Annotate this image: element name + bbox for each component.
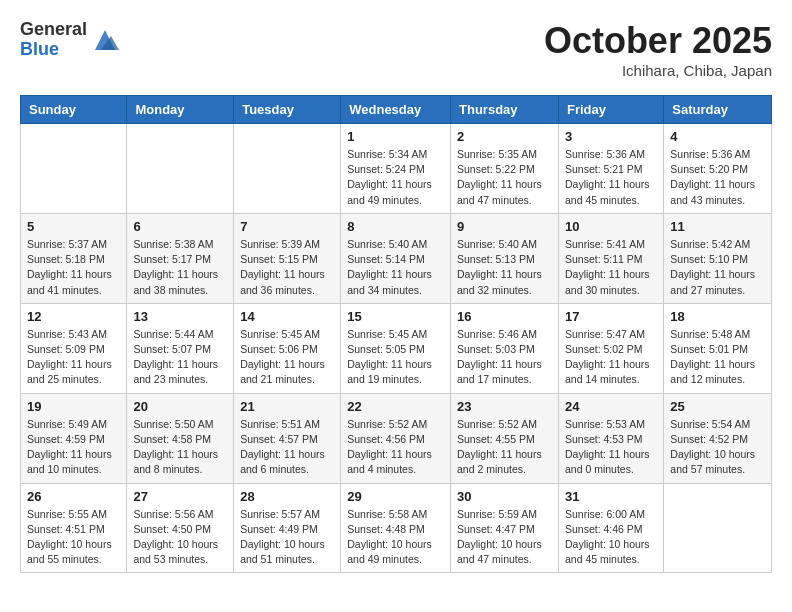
- day-info: Sunrise: 5:57 AM Sunset: 4:49 PM Dayligh…: [240, 507, 334, 568]
- day-number: 7: [240, 219, 334, 234]
- day-number: 4: [670, 129, 765, 144]
- weekday-header: Thursday: [451, 96, 559, 124]
- day-info: Sunrise: 5:53 AM Sunset: 4:53 PM Dayligh…: [565, 417, 657, 478]
- day-number: 28: [240, 489, 334, 504]
- day-number: 15: [347, 309, 444, 324]
- day-number: 1: [347, 129, 444, 144]
- calendar-week-row: 5Sunrise: 5:37 AM Sunset: 5:18 PM Daylig…: [21, 213, 772, 303]
- day-info: Sunrise: 5:44 AM Sunset: 5:07 PM Dayligh…: [133, 327, 227, 388]
- day-number: 17: [565, 309, 657, 324]
- day-info: Sunrise: 5:54 AM Sunset: 4:52 PM Dayligh…: [670, 417, 765, 478]
- day-info: Sunrise: 5:42 AM Sunset: 5:10 PM Dayligh…: [670, 237, 765, 298]
- calendar-day-cell: 7Sunrise: 5:39 AM Sunset: 5:15 PM Daylig…: [234, 213, 341, 303]
- calendar-week-row: 26Sunrise: 5:55 AM Sunset: 4:51 PM Dayli…: [21, 483, 772, 573]
- day-number: 8: [347, 219, 444, 234]
- calendar-day-cell: 27Sunrise: 5:56 AM Sunset: 4:50 PM Dayli…: [127, 483, 234, 573]
- day-number: 18: [670, 309, 765, 324]
- month-title: October 2025: [544, 20, 772, 62]
- day-info: Sunrise: 5:39 AM Sunset: 5:15 PM Dayligh…: [240, 237, 334, 298]
- calendar-day-cell: 21Sunrise: 5:51 AM Sunset: 4:57 PM Dayli…: [234, 393, 341, 483]
- day-number: 25: [670, 399, 765, 414]
- day-number: 20: [133, 399, 227, 414]
- calendar-day-cell: 29Sunrise: 5:58 AM Sunset: 4:48 PM Dayli…: [341, 483, 451, 573]
- calendar-day-cell: [127, 124, 234, 214]
- page-header: General Blue October 2025 Ichihara, Chib…: [20, 20, 772, 79]
- calendar-day-cell: 15Sunrise: 5:45 AM Sunset: 5:05 PM Dayli…: [341, 303, 451, 393]
- calendar-day-cell: 16Sunrise: 5:46 AM Sunset: 5:03 PM Dayli…: [451, 303, 559, 393]
- day-number: 16: [457, 309, 552, 324]
- weekday-header: Wednesday: [341, 96, 451, 124]
- day-info: Sunrise: 5:36 AM Sunset: 5:21 PM Dayligh…: [565, 147, 657, 208]
- weekday-header: Friday: [558, 96, 663, 124]
- calendar-day-cell: 6Sunrise: 5:38 AM Sunset: 5:17 PM Daylig…: [127, 213, 234, 303]
- calendar-day-cell: 4Sunrise: 5:36 AM Sunset: 5:20 PM Daylig…: [664, 124, 772, 214]
- calendar-week-row: 12Sunrise: 5:43 AM Sunset: 5:09 PM Dayli…: [21, 303, 772, 393]
- day-info: Sunrise: 5:58 AM Sunset: 4:48 PM Dayligh…: [347, 507, 444, 568]
- day-number: 23: [457, 399, 552, 414]
- day-info: Sunrise: 5:37 AM Sunset: 5:18 PM Dayligh…: [27, 237, 120, 298]
- day-number: 14: [240, 309, 334, 324]
- calendar-day-cell: 3Sunrise: 5:36 AM Sunset: 5:21 PM Daylig…: [558, 124, 663, 214]
- calendar-day-cell: 22Sunrise: 5:52 AM Sunset: 4:56 PM Dayli…: [341, 393, 451, 483]
- calendar-day-cell: 13Sunrise: 5:44 AM Sunset: 5:07 PM Dayli…: [127, 303, 234, 393]
- day-number: 2: [457, 129, 552, 144]
- calendar-day-cell: 14Sunrise: 5:45 AM Sunset: 5:06 PM Dayli…: [234, 303, 341, 393]
- day-info: Sunrise: 5:36 AM Sunset: 5:20 PM Dayligh…: [670, 147, 765, 208]
- weekday-header: Monday: [127, 96, 234, 124]
- day-info: Sunrise: 5:50 AM Sunset: 4:58 PM Dayligh…: [133, 417, 227, 478]
- day-info: Sunrise: 5:46 AM Sunset: 5:03 PM Dayligh…: [457, 327, 552, 388]
- calendar-day-cell: [664, 483, 772, 573]
- day-info: Sunrise: 5:52 AM Sunset: 4:56 PM Dayligh…: [347, 417, 444, 478]
- day-info: Sunrise: 5:47 AM Sunset: 5:02 PM Dayligh…: [565, 327, 657, 388]
- weekday-header: Tuesday: [234, 96, 341, 124]
- calendar-day-cell: 9Sunrise: 5:40 AM Sunset: 5:13 PM Daylig…: [451, 213, 559, 303]
- logo: General Blue: [20, 20, 119, 60]
- day-info: Sunrise: 5:40 AM Sunset: 5:14 PM Dayligh…: [347, 237, 444, 298]
- title-block: October 2025 Ichihara, Chiba, Japan: [544, 20, 772, 79]
- calendar-week-row: 1Sunrise: 5:34 AM Sunset: 5:24 PM Daylig…: [21, 124, 772, 214]
- day-info: Sunrise: 5:40 AM Sunset: 5:13 PM Dayligh…: [457, 237, 552, 298]
- location: Ichihara, Chiba, Japan: [544, 62, 772, 79]
- calendar-day-cell: 17Sunrise: 5:47 AM Sunset: 5:02 PM Dayli…: [558, 303, 663, 393]
- day-number: 5: [27, 219, 120, 234]
- day-number: 10: [565, 219, 657, 234]
- calendar-day-cell: 8Sunrise: 5:40 AM Sunset: 5:14 PM Daylig…: [341, 213, 451, 303]
- day-number: 3: [565, 129, 657, 144]
- calendar-header-row: SundayMondayTuesdayWednesdayThursdayFrid…: [21, 96, 772, 124]
- calendar-day-cell: 31Sunrise: 6:00 AM Sunset: 4:46 PM Dayli…: [558, 483, 663, 573]
- day-info: Sunrise: 5:49 AM Sunset: 4:59 PM Dayligh…: [27, 417, 120, 478]
- day-number: 29: [347, 489, 444, 504]
- calendar-day-cell: 19Sunrise: 5:49 AM Sunset: 4:59 PM Dayli…: [21, 393, 127, 483]
- day-info: Sunrise: 5:52 AM Sunset: 4:55 PM Dayligh…: [457, 417, 552, 478]
- calendar-day-cell: 11Sunrise: 5:42 AM Sunset: 5:10 PM Dayli…: [664, 213, 772, 303]
- day-info: Sunrise: 5:48 AM Sunset: 5:01 PM Dayligh…: [670, 327, 765, 388]
- calendar-day-cell: 24Sunrise: 5:53 AM Sunset: 4:53 PM Dayli…: [558, 393, 663, 483]
- day-info: Sunrise: 5:35 AM Sunset: 5:22 PM Dayligh…: [457, 147, 552, 208]
- day-number: 6: [133, 219, 227, 234]
- calendar-day-cell: 2Sunrise: 5:35 AM Sunset: 5:22 PM Daylig…: [451, 124, 559, 214]
- calendar-day-cell: 20Sunrise: 5:50 AM Sunset: 4:58 PM Dayli…: [127, 393, 234, 483]
- day-info: Sunrise: 5:41 AM Sunset: 5:11 PM Dayligh…: [565, 237, 657, 298]
- logo-blue-text: Blue: [20, 40, 87, 60]
- calendar-table: SundayMondayTuesdayWednesdayThursdayFrid…: [20, 95, 772, 573]
- calendar-day-cell: 26Sunrise: 5:55 AM Sunset: 4:51 PM Dayli…: [21, 483, 127, 573]
- day-info: Sunrise: 5:55 AM Sunset: 4:51 PM Dayligh…: [27, 507, 120, 568]
- day-info: Sunrise: 5:45 AM Sunset: 5:06 PM Dayligh…: [240, 327, 334, 388]
- calendar-day-cell: 18Sunrise: 5:48 AM Sunset: 5:01 PM Dayli…: [664, 303, 772, 393]
- day-info: Sunrise: 5:34 AM Sunset: 5:24 PM Dayligh…: [347, 147, 444, 208]
- day-info: Sunrise: 5:43 AM Sunset: 5:09 PM Dayligh…: [27, 327, 120, 388]
- logo-general-text: General: [20, 20, 87, 40]
- day-info: Sunrise: 5:51 AM Sunset: 4:57 PM Dayligh…: [240, 417, 334, 478]
- day-number: 27: [133, 489, 227, 504]
- day-number: 19: [27, 399, 120, 414]
- day-number: 11: [670, 219, 765, 234]
- weekday-header: Sunday: [21, 96, 127, 124]
- day-number: 12: [27, 309, 120, 324]
- day-number: 13: [133, 309, 227, 324]
- day-info: Sunrise: 5:38 AM Sunset: 5:17 PM Dayligh…: [133, 237, 227, 298]
- day-number: 21: [240, 399, 334, 414]
- day-info: Sunrise: 6:00 AM Sunset: 4:46 PM Dayligh…: [565, 507, 657, 568]
- calendar-day-cell: 10Sunrise: 5:41 AM Sunset: 5:11 PM Dayli…: [558, 213, 663, 303]
- day-info: Sunrise: 5:45 AM Sunset: 5:05 PM Dayligh…: [347, 327, 444, 388]
- calendar-day-cell: 25Sunrise: 5:54 AM Sunset: 4:52 PM Dayli…: [664, 393, 772, 483]
